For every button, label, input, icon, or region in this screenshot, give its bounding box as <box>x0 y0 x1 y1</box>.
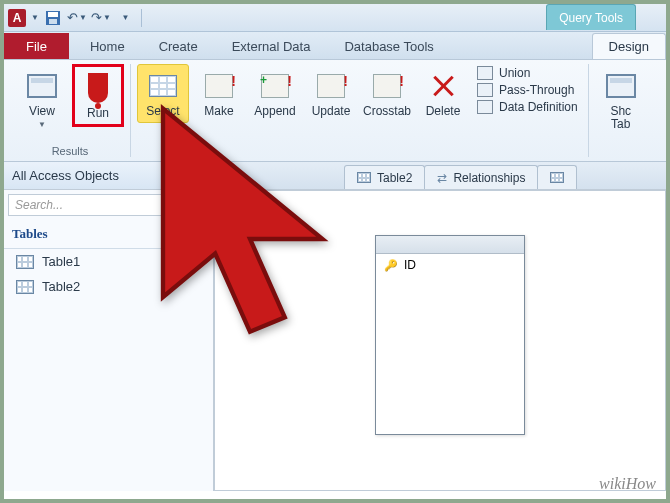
contextual-tab-group: Query Tools <box>546 4 636 30</box>
ribbon-group-setup: ShcTab <box>589 64 653 157</box>
ribbon-group-results: View ▼ Run Results <box>10 64 131 157</box>
nav-item-table1[interactable]: Table1 <box>4 249 213 274</box>
ribbon: View ▼ Run Results Select Make Append <box>4 60 666 162</box>
key-icon: 🔑 <box>384 259 398 272</box>
workspace: All Access Objects « Search... Tables Ta… <box>4 162 666 491</box>
crosstab-icon <box>373 74 401 98</box>
tab-external-data[interactable]: External Data <box>215 33 328 59</box>
select-query-button[interactable]: Select <box>137 64 189 123</box>
tab-database-tools[interactable]: Database Tools <box>327 33 450 59</box>
save-icon <box>45 10 61 26</box>
update-icon <box>317 74 345 98</box>
datasheet-icon <box>27 74 57 98</box>
view-button[interactable]: View ▼ <box>16 64 68 134</box>
query-canvas[interactable]: 🔑 ID <box>214 190 666 491</box>
union-button[interactable]: Union <box>477 66 578 80</box>
field-row-id[interactable]: 🔑 ID <box>376 254 524 276</box>
qat-customize[interactable]: ▼ <box>115 8 135 28</box>
datadef-icon <box>477 100 493 114</box>
app-menu-caret[interactable]: ▼ <box>31 13 39 22</box>
document-tabs: Table2 ⇄ Relationships <box>214 162 666 190</box>
watermark: wikiHow <box>599 475 656 493</box>
table-icon <box>16 255 34 269</box>
app-icon: A <box>8 9 26 27</box>
query-icon <box>550 172 564 183</box>
passthrough-icon <box>477 83 493 97</box>
doc-tab-query[interactable] <box>537 165 577 189</box>
tab-home[interactable]: Home <box>73 33 142 59</box>
save-button[interactable] <box>43 8 63 28</box>
svg-rect-1 <box>48 12 58 17</box>
design-area: Table2 ⇄ Relationships 🔑 ID <box>214 162 666 491</box>
field-list-header[interactable] <box>376 236 524 254</box>
update-button[interactable]: Update <box>305 64 357 123</box>
datadef-button[interactable]: Data Definition <box>477 100 578 114</box>
table-icon <box>357 172 371 183</box>
show-table-button[interactable]: ShcTab <box>595 64 647 136</box>
passthrough-button[interactable]: Pass-Through <box>477 83 578 97</box>
delete-query-button[interactable]: Delete <box>417 64 469 123</box>
tab-create[interactable]: Create <box>142 33 215 59</box>
chevron-down-icon: ▼ <box>38 120 46 129</box>
search-input[interactable]: Search... <box>8 194 209 216</box>
tab-design[interactable]: Design <box>592 33 666 59</box>
showtable-icon <box>606 74 636 98</box>
select-icon <box>149 75 177 97</box>
undo-button[interactable]: ↶▼ <box>67 8 87 28</box>
redo-button[interactable]: ↷▼ <box>91 8 111 28</box>
union-icon <box>477 66 493 80</box>
nav-item-table2[interactable]: Table2 <box>4 274 213 299</box>
nav-header[interactable]: All Access Objects « <box>4 162 213 190</box>
append-icon <box>261 74 289 98</box>
separator <box>141 9 142 27</box>
navigation-pane: All Access Objects « Search... Tables Ta… <box>4 162 214 491</box>
field-list[interactable]: 🔑 ID <box>375 235 525 435</box>
exclamation-icon <box>88 73 108 103</box>
undo-icon: ↶ <box>67 10 78 25</box>
redo-icon: ↷ <box>91 10 102 25</box>
doc-tab-table2[interactable]: Table2 <box>344 165 425 189</box>
doc-tab-relationships[interactable]: ⇄ Relationships <box>424 165 538 189</box>
table-icon <box>16 280 34 294</box>
ribbon-tabstrip: Query Tools File Home Create External Da… <box>4 32 666 60</box>
crosstab-button[interactable]: Crosstab <box>361 64 413 123</box>
make-table-button[interactable]: Make <box>193 64 245 123</box>
nav-category-tables[interactable]: Tables <box>4 220 213 249</box>
maketable-icon <box>205 74 233 98</box>
ribbon-group-querytype: Select Make Append Update Crosstab Delet… <box>131 64 589 157</box>
delete-icon <box>432 75 454 97</box>
tab-file[interactable]: File <box>4 33 69 59</box>
chevron-down-icon: « <box>201 171 205 180</box>
append-button[interactable]: Append <box>249 64 301 123</box>
relationships-icon: ⇄ <box>437 171 447 185</box>
run-button[interactable]: Run <box>72 64 124 127</box>
svg-rect-2 <box>49 19 57 24</box>
